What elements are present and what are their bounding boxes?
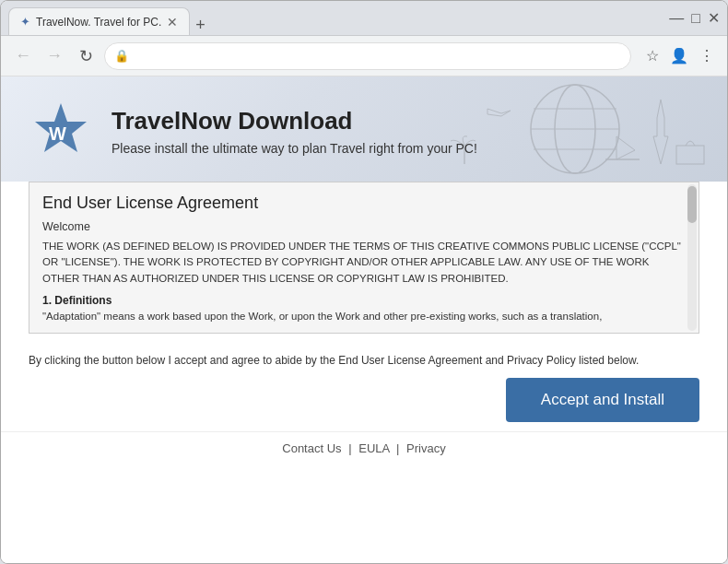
tab-title: TravelNow. Travel for PC. bbox=[36, 16, 161, 29]
eula-title: End User License Agreement bbox=[42, 194, 686, 213]
hero-section: W TravelNow Download Please install the … bbox=[1, 76, 727, 182]
tab-close-button[interactable]: ✕ bbox=[167, 16, 178, 29]
eula-link[interactable]: EULA bbox=[358, 441, 389, 455]
nav-right-icons: ☆ 👤 ⋮ bbox=[642, 43, 718, 68]
bookmark-button[interactable]: ☆ bbox=[642, 43, 663, 68]
page-content: W TravelNow Download Please install the … bbox=[1, 76, 727, 563]
hero-title: TravelNow Download bbox=[112, 107, 477, 135]
eula-box: End User License Agreement Welcome THE W… bbox=[29, 182, 699, 334]
title-bar: ✦ TravelNow. Travel for PC. ✕ + — □ ✕ bbox=[1, 1, 727, 36]
accept-section: By clicking the button below I accept an… bbox=[1, 343, 727, 431]
minimize-button[interactable]: — bbox=[669, 11, 684, 26]
back-button[interactable]: ← bbox=[10, 43, 36, 69]
privacy-link[interactable]: Privacy bbox=[406, 441, 446, 455]
accept-button-row: Accept and Install bbox=[29, 378, 699, 422]
accept-note: By clicking the button below I accept an… bbox=[29, 352, 699, 369]
eula-welcome: Welcome bbox=[42, 220, 686, 233]
scrollbar-thumb[interactable] bbox=[687, 186, 697, 223]
svg-rect-6 bbox=[676, 146, 704, 164]
footer-sep-1: | bbox=[348, 441, 351, 455]
footer-sep-2: | bbox=[396, 441, 399, 455]
travelnow-logo: W bbox=[29, 99, 93, 163]
svg-marker-5 bbox=[653, 100, 668, 164]
maximize-button[interactable]: □ bbox=[691, 11, 700, 26]
hero-subtitle: Please install the ultimate way to plan … bbox=[112, 141, 477, 156]
address-bar[interactable]: 🔒 bbox=[104, 42, 631, 70]
tab-area: ✦ TravelNow. Travel for PC. ✕ + bbox=[8, 1, 658, 35]
page-footer: Contact Us | EULA | Privacy bbox=[1, 431, 727, 464]
new-tab-button[interactable]: + bbox=[190, 16, 211, 35]
eula-body: THE WORK (AS DEFINED BELOW) IS PROVIDED … bbox=[42, 239, 686, 287]
scrollbar-track[interactable] bbox=[687, 184, 697, 331]
accept-install-button[interactable]: Accept and Install bbox=[506, 378, 699, 422]
lock-icon: 🔒 bbox=[114, 49, 129, 63]
close-window-button[interactable]: ✕ bbox=[708, 11, 720, 26]
logo-area: W bbox=[29, 99, 93, 163]
forward-button[interactable]: → bbox=[41, 43, 67, 69]
active-tab[interactable]: ✦ TravelNow. Travel for PC. ✕ bbox=[8, 7, 190, 35]
menu-button[interactable]: ⋮ bbox=[696, 43, 718, 68]
tab-favicon: ✦ bbox=[20, 15, 30, 29]
contact-us-link[interactable]: Contact Us bbox=[282, 441, 341, 455]
window-controls: — □ ✕ bbox=[669, 11, 720, 26]
eula-section1-title: 1. Definitions bbox=[42, 294, 686, 307]
eula-definition: "Adaptation" means a work based upon the… bbox=[42, 311, 686, 322]
hero-text: TravelNow Download Please install the ul… bbox=[112, 107, 477, 156]
refresh-button[interactable]: ↻ bbox=[73, 43, 99, 69]
main-area: End User License Agreement Welcome THE W… bbox=[1, 182, 727, 343]
profile-button[interactable]: 👤 bbox=[666, 43, 692, 68]
browser-window: ✦ TravelNow. Travel for PC. ✕ + — □ ✕ ← … bbox=[0, 0, 728, 564]
nav-bar: ← → ↻ 🔒 ☆ 👤 ⋮ bbox=[1, 36, 727, 76]
svg-text:W: W bbox=[49, 123, 66, 144]
